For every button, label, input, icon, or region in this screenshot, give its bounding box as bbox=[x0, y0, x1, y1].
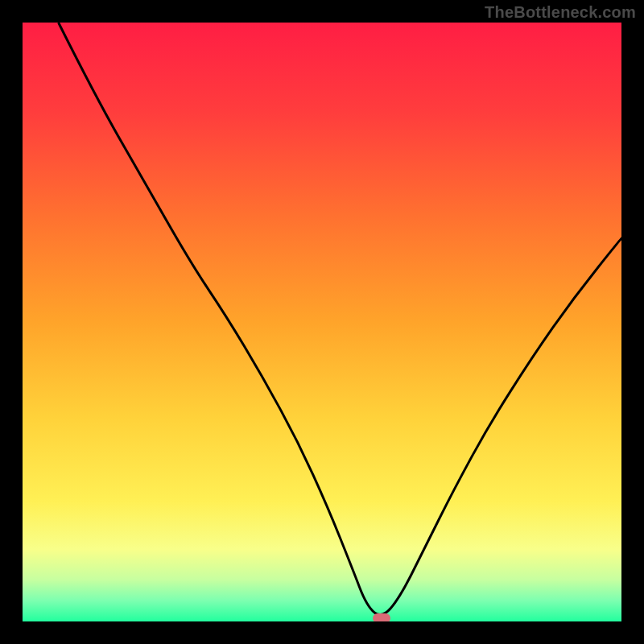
optimal-marker bbox=[373, 613, 390, 621]
bottleneck-curve bbox=[23, 23, 621, 621]
curve-path bbox=[59, 23, 621, 615]
chart-frame: TheBottleneck.com bbox=[0, 0, 644, 644]
watermark-text: TheBottleneck.com bbox=[485, 3, 636, 22]
plot-area bbox=[23, 23, 621, 621]
